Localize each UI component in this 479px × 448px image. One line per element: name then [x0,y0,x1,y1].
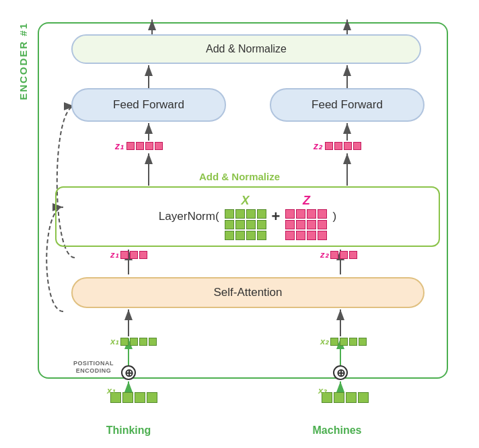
z1-blocks [126,142,163,150]
z2-group: z₂ [314,141,361,151]
pos-enc-label: POSITIONALENCODING [70,360,117,375]
x2-inside-group: x₂ [320,336,367,346]
x-matrix [225,209,266,240]
x1-bottom-label: x₁ [107,385,115,396]
add-norm-outer: Add & Normalize [71,34,421,64]
z1-input-group: z₁ [110,250,147,260]
z2-blocks [325,142,361,150]
x1-inside-group: x₁ [110,336,157,346]
layernorm-box: LayerNorm( X + Z ) [55,186,440,247]
z-matrix [285,209,327,240]
z1-group: z₁ [115,141,163,151]
word1-label: Thinking [98,424,159,437]
feed-forward-left: Feed Forward [71,88,226,122]
plus-sign: + [272,208,281,225]
z1-label: z₁ [115,141,124,151]
x2-bottom-label: x₂ [318,385,326,396]
z-matrix-label: Z [303,194,310,208]
plus-circle-left: ⊕ [121,365,136,380]
z2-label: z₂ [314,141,322,151]
encoder-label: ENCODER #1 [17,22,29,100]
add-norm-inner-label: Add & Normalize [199,171,280,182]
x1-bottom-group [110,392,157,403]
plus-circle-right: ⊕ [333,365,348,380]
x-matrix-label: X [242,194,250,208]
x2-bottom-group [322,392,369,403]
z2-input-group: z₂ [320,250,357,260]
word2-label: Machines [303,424,371,437]
diagram-container: ENCODER #1 [11,9,468,439]
feed-forward-right: Feed Forward [270,88,425,122]
self-attention-box: Self-Attention [71,277,425,308]
